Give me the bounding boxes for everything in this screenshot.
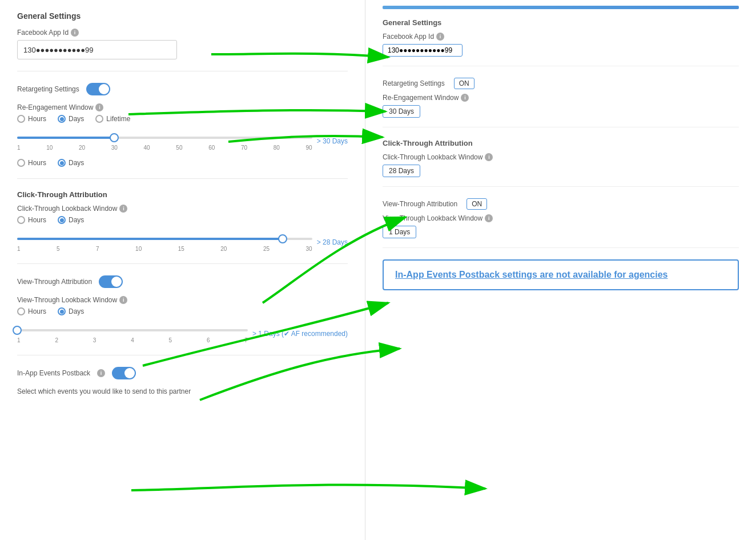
re-engagement-slider-labels: 1 10 20 30 40 50 60 70 80 90 (17, 145, 312, 151)
click-through-hours-radio[interactable]: Hours (17, 216, 46, 224)
in-app-events-label-left: In-App Events Postback (17, 369, 90, 377)
click-through-slider-track (17, 238, 312, 240)
view-through-days-circle (58, 307, 66, 315)
view-through-toggle-left[interactable] (99, 275, 123, 288)
view-through-lookback-label-left: View-Through Lookback Window i (17, 296, 348, 304)
rp-click-through-lookback-label: Click-Through Lookback Window i (383, 153, 739, 161)
facebook-app-id-info-icon[interactable]: i (71, 29, 79, 37)
rp-re-engagement-info-icon[interactable]: i (461, 94, 469, 102)
view-through-info-icon[interactable]: i (119, 296, 127, 304)
click-through-slider-wrapper: 1 5 7 10 15 20 25 30 (17, 232, 312, 252)
re-engagement-slider-thumb[interactable] (110, 133, 119, 142)
rp-click-through: Click-Through Attribution Click-Through … (383, 139, 739, 187)
rp-view-through-lookback-label: View-Through Lookback Window i (383, 214, 739, 222)
re-engagement-slider-track (17, 137, 312, 139)
general-settings-title-left: General Settings (17, 11, 348, 21)
view-through-hours-circle (17, 307, 25, 315)
rp-facebook-app-id-label: Facebook App Id i (383, 33, 739, 41)
rp-facebook-app-id-info-icon[interactable]: i (436, 33, 444, 41)
click-through-hours-circle (17, 216, 25, 224)
re-engagement-slider-row: 1 10 20 30 40 50 60 70 80 90 > 30 Days (17, 131, 348, 151)
re-engagement-days-circle (58, 115, 66, 123)
click-through-slider-container: 1 5 7 10 15 20 25 30 > 28 Days (17, 232, 348, 252)
click-through-days-circle (58, 216, 66, 224)
rp-view-through-on-badge: ON (467, 198, 487, 210)
re-engagement-days-radio[interactable]: Days (58, 115, 84, 123)
rp-click-through-title: Click-Through Attribution (383, 139, 739, 147)
in-app-events-message: In-App Events Postback settings are not … (395, 270, 667, 279)
click-through-slider-value: > 28 Days (317, 238, 348, 246)
click-through-days-radio[interactable]: Days (58, 216, 84, 224)
view-through-slider-value: > 1 Days (✔ AF recommended) (252, 330, 348, 338)
rp-view-through-value: 1 Days (383, 226, 416, 238)
rp-facebook-app-id-input[interactable] (383, 44, 463, 57)
view-through-slider-track (17, 329, 248, 331)
re-engagement-hours-radio[interactable]: Hours (17, 115, 46, 123)
view-through-slider-container: 1 2 3 4 5 6 7 > 1 Days (✔ AF recommended… (17, 323, 348, 343)
re-engagement-slider-container: 1 10 20 30 40 50 60 70 80 90 > 30 Days (17, 131, 348, 151)
re-engagement-hours-circle (17, 115, 25, 123)
rp-retargeting-on-badge: ON (454, 78, 474, 89)
view-through-slider-row: 1 2 3 4 5 6 7 > 1 Days (✔ AF recommended… (17, 323, 348, 343)
facebook-app-id-input-left[interactable] (17, 40, 177, 59)
click-through-slider-fill (17, 238, 283, 240)
view-through-slider-labels: 1 2 3 4 5 6 7 (17, 337, 248, 343)
retargeting-row-left: Retargeting Settings (17, 83, 348, 95)
click-through-info-icon[interactable]: i (119, 205, 127, 213)
rp-retargeting-label: Retargeting Settings (383, 79, 445, 87)
click-through-slider-labels: 1 5 7 10 15 20 25 30 (17, 246, 312, 252)
click-through-radio-group: Hours Days (17, 216, 348, 224)
re-engagement2-hours-circle (17, 159, 25, 167)
rp-click-through-info-icon[interactable]: i (485, 153, 493, 161)
view-through-hours-radio[interactable]: Hours (17, 307, 46, 315)
facebook-app-id-label-left: Facebook App Id i (17, 29, 348, 37)
rp-view-through-label: View-Through Attribution (383, 200, 457, 208)
re-engagement-slider-fill (17, 137, 114, 139)
rp-general-settings-title: General Settings (383, 18, 739, 27)
rp-general-settings: General Settings Facebook App Id i (383, 18, 739, 66)
click-through-slider-row: 1 5 7 10 15 20 25 30 > 28 Days (17, 232, 348, 252)
re-engagement-radio2-group: Hours Days (17, 159, 348, 167)
view-through-label-left: View-Through Attribution (17, 278, 92, 286)
re-engagement-lifetime-radio[interactable]: Lifetime (95, 115, 130, 123)
right-panel: General Settings Facebook App Id i Retar… (365, 0, 756, 540)
re-engagement-slider-value: > 30 Days (317, 137, 348, 145)
re-engagement2-days-circle (58, 159, 66, 167)
rp-re-engagement-label: Re-Engagement Window i (383, 94, 739, 102)
click-through-title-left: Click-Through Attribution (17, 190, 348, 199)
left-panel: General Settings Facebook App Id i Retar… (0, 0, 365, 540)
re-engagement-slider-wrapper: 1 10 20 30 40 50 60 70 80 90 (17, 131, 312, 151)
view-through-radio-group: Hours Days (17, 307, 348, 315)
rp-view-through-info-icon[interactable]: i (485, 214, 493, 222)
in-app-events-row-left: In-App Events Postback i (17, 367, 348, 379)
rp-retargeting-row: Retargeting Settings ON (383, 78, 739, 89)
view-through-slider-thumb[interactable] (13, 326, 22, 335)
retargeting-toggle-left[interactable] (86, 83, 110, 95)
re-engagement-label-left: Re-Engagement Window i (17, 103, 348, 111)
retargeting-label-left: Retargeting Settings (17, 85, 79, 93)
re-engagement2-days-radio[interactable]: Days (58, 159, 84, 167)
view-through-days-radio[interactable]: Days (58, 307, 84, 315)
rp-retargeting: Retargeting Settings ON Re-Engagement Wi… (383, 78, 739, 127)
re-engagement-radio-group: Hours Days Lifetime (17, 115, 348, 123)
rp-click-through-value: 28 Days (383, 165, 420, 177)
in-app-events-info-icon[interactable]: i (97, 369, 105, 377)
in-app-events-sublabel-left: Select which events you would like to se… (17, 387, 348, 395)
rp-view-through: View-Through Attribution ON View-Through… (383, 198, 739, 248)
rp-re-engagement-value: 30 Days (383, 105, 420, 118)
click-through-lookback-label-left: Click-Through Lookback Window i (17, 205, 348, 213)
page-container: General Settings Facebook App Id i Retar… (0, 0, 756, 540)
re-engagement2-hours-radio[interactable]: Hours (17, 159, 46, 167)
in-app-events-toggle-left[interactable] (112, 367, 136, 379)
click-through-slider-thumb[interactable] (278, 234, 287, 243)
re-engagement-lifetime-circle (95, 115, 103, 123)
top-bar (383, 6, 739, 9)
view-through-slider-wrapper: 1 2 3 4 5 6 7 (17, 323, 248, 343)
in-app-events-box: In-App Events Postback settings are not … (383, 259, 739, 290)
view-through-row-left: View-Through Attribution (17, 275, 348, 288)
rp-view-through-row: View-Through Attribution ON (383, 198, 739, 210)
re-engagement-info-icon[interactable]: i (95, 103, 103, 111)
